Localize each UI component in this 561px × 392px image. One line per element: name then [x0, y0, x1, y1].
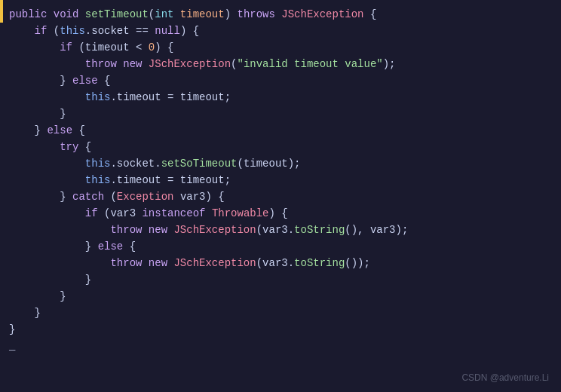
code-line: if (var3 instanceof Throwable) {	[9, 205, 561, 222]
code-block: public void setTimeout(int timeout) thro…	[0, 0, 561, 360]
code-line: } else {	[9, 122, 561, 139]
code-line: this.timeout = timeout;	[9, 172, 561, 188]
code-container: public void setTimeout(int timeout) thro…	[0, 0, 561, 392]
code-line: _	[9, 338, 561, 354]
highlight-bar	[0, 0, 3, 23]
code-line: throw new JSchException("invalid timeout…	[9, 56, 561, 72]
code-line: throw new JSchException(var3.toString())…	[9, 255, 561, 271]
code-line: try {	[9, 139, 561, 155]
code-line: public void setTimeout(int timeout) thro…	[9, 6, 561, 23]
code-line: }	[9, 288, 561, 305]
code-line: if (this.socket == null) {	[9, 23, 561, 39]
code-line: throw new JSchException(var3.toString(),…	[9, 222, 561, 238]
code-line: }	[9, 321, 561, 338]
code-line: } catch (Exception var3) {	[9, 188, 561, 205]
code-line: this.timeout = timeout;	[9, 89, 561, 106]
code-line: } else {	[9, 238, 561, 255]
watermark: CSDN @adventure.Li	[461, 372, 549, 383]
code-line: if (timeout < 0) {	[9, 39, 561, 56]
code-line: this.socket.setSoTimeout(timeout);	[9, 155, 561, 172]
code-line: }	[9, 271, 561, 288]
code-line: } else {	[9, 72, 561, 89]
code-line: }	[9, 305, 561, 321]
code-line: }	[9, 106, 561, 122]
